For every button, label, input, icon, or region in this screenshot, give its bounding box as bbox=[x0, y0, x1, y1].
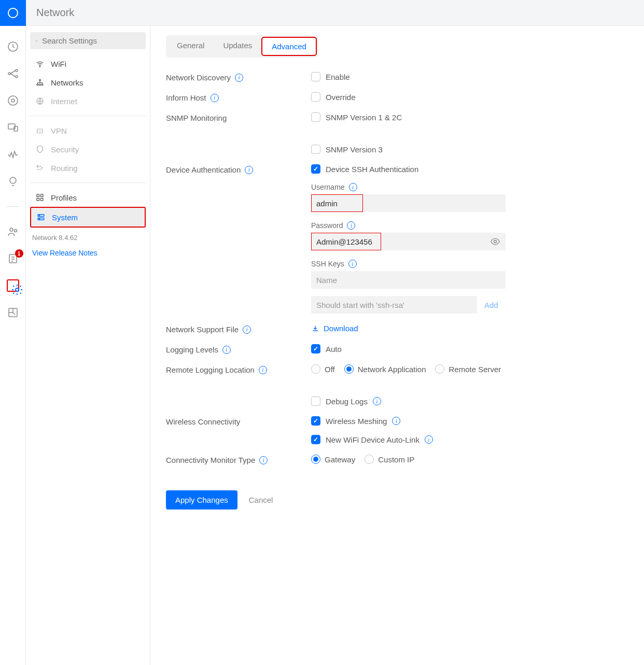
version-text: Network 8.4.62 bbox=[30, 234, 146, 242]
radio-off[interactable] bbox=[311, 364, 320, 374]
sidebar-item-system[interactable]: System bbox=[30, 207, 146, 228]
svg-point-18 bbox=[39, 84, 41, 86]
svg-point-13 bbox=[16, 288, 19, 291]
label-remote-logging: Remote Logging Location bbox=[166, 365, 255, 374]
sidebar-item-wifi[interactable]: WiFi bbox=[30, 54, 146, 73]
info-icon[interactable] bbox=[243, 326, 251, 334]
release-notes-link[interactable]: View Release Notes bbox=[30, 249, 146, 257]
floorplan-icon[interactable] bbox=[7, 306, 19, 319]
checkbox-auto[interactable] bbox=[311, 344, 320, 353]
sidebar-item-vpn[interactable]: VPN bbox=[30, 121, 146, 140]
svg-point-16 bbox=[39, 66, 40, 67]
clients-icon[interactable] bbox=[7, 121, 19, 134]
cancel-button[interactable]: Cancel bbox=[249, 496, 273, 504]
svg-point-3 bbox=[16, 69, 18, 72]
globe-icon bbox=[35, 96, 45, 106]
option-autolink: New WiFi Device Auto-Link bbox=[326, 435, 419, 444]
radio-gateway[interactable] bbox=[311, 455, 320, 464]
radio-custom-ip[interactable] bbox=[365, 455, 374, 464]
svg-rect-23 bbox=[37, 194, 39, 197]
sidebar-item-label: Profiles bbox=[51, 193, 77, 202]
info-icon[interactable] bbox=[222, 346, 231, 354]
option-debug-logs: Debug Logs bbox=[326, 397, 368, 406]
download-icon bbox=[311, 324, 319, 333]
checkbox-enable[interactable] bbox=[311, 72, 320, 81]
sshkey-name-input[interactable] bbox=[311, 271, 506, 289]
info-icon[interactable] bbox=[347, 221, 355, 230]
info-icon[interactable] bbox=[259, 456, 268, 464]
password-input[interactable] bbox=[311, 233, 506, 250]
username-input[interactable] bbox=[311, 194, 506, 212]
option-network-app: Network Application bbox=[358, 365, 426, 374]
page-title: Network bbox=[26, 0, 644, 26]
settings-icon[interactable] bbox=[7, 279, 19, 292]
sshkey-value-input[interactable] bbox=[311, 296, 477, 314]
option-remote-server: Remote Server bbox=[449, 365, 501, 374]
svg-point-15 bbox=[36, 40, 37, 41]
info-icon[interactable] bbox=[349, 183, 357, 191]
unifi-logo[interactable] bbox=[0, 0, 26, 26]
info-icon[interactable] bbox=[245, 166, 253, 174]
checkbox-snmp-v3[interactable] bbox=[311, 145, 320, 154]
checkbox-debug-logs[interactable] bbox=[311, 397, 320, 406]
sidebar-item-internet[interactable]: Internet bbox=[30, 92, 146, 110]
sidebar-item-profiles[interactable]: Profiles bbox=[30, 188, 146, 207]
sidebar-item-label: Networks bbox=[51, 78, 83, 87]
svg-rect-25 bbox=[37, 199, 39, 201]
tabs: General Updates Advanced bbox=[166, 35, 318, 58]
users-icon[interactable] bbox=[7, 225, 19, 238]
checkbox-override[interactable] bbox=[311, 92, 320, 102]
lightbulb-icon[interactable] bbox=[7, 175, 19, 188]
add-sshkey-link[interactable]: Add bbox=[484, 301, 498, 309]
routing-icon bbox=[35, 163, 45, 173]
svg-rect-24 bbox=[41, 194, 44, 197]
sidebar-item-label: VPN bbox=[51, 126, 67, 135]
sidebar-item-networks[interactable]: Networks bbox=[30, 73, 146, 92]
option-auto: Auto bbox=[326, 345, 342, 353]
info-icon[interactable] bbox=[373, 397, 381, 405]
radio-network-app[interactable] bbox=[344, 364, 354, 374]
insights-icon[interactable] bbox=[7, 148, 19, 161]
vpn-icon bbox=[35, 126, 45, 135]
info-icon[interactable] bbox=[348, 260, 357, 268]
topology-icon[interactable] bbox=[7, 67, 19, 80]
option-override: Override bbox=[326, 93, 356, 102]
label-sshkeys: SSH Keys bbox=[311, 260, 344, 268]
checkbox-autolink[interactable] bbox=[311, 435, 320, 444]
notes-icon[interactable]: 1 bbox=[7, 252, 19, 265]
eye-icon[interactable] bbox=[490, 236, 500, 247]
tab-general[interactable]: General bbox=[167, 37, 214, 56]
info-icon[interactable] bbox=[425, 435, 433, 444]
sidebar-item-routing[interactable]: Routing bbox=[30, 159, 146, 177]
search-input[interactable] bbox=[30, 32, 146, 49]
info-icon[interactable] bbox=[392, 417, 400, 425]
sidebar-item-security[interactable]: Security bbox=[30, 140, 146, 159]
label-wireless: Wireless Connectivity bbox=[166, 417, 240, 426]
label-conn-monitor: Connectivity Monitor Type bbox=[166, 456, 255, 464]
label-support-file: Network Support File bbox=[166, 325, 239, 334]
badge: 1 bbox=[15, 249, 23, 258]
radio-remote-server[interactable] bbox=[435, 364, 444, 374]
checkbox-ssh-auth[interactable] bbox=[311, 164, 320, 174]
checkbox-meshing[interactable] bbox=[311, 416, 320, 426]
svg-point-5 bbox=[8, 96, 18, 105]
option-gateway: Gateway bbox=[325, 455, 355, 464]
info-icon[interactable] bbox=[259, 366, 267, 374]
svg-point-30 bbox=[39, 219, 40, 220]
info-icon[interactable] bbox=[235, 74, 243, 82]
tab-updates[interactable]: Updates bbox=[214, 37, 261, 56]
download-link[interactable]: Download bbox=[311, 324, 358, 333]
tab-advanced[interactable]: Advanced bbox=[261, 37, 317, 56]
svg-rect-26 bbox=[41, 199, 44, 201]
dashboard-icon[interactable] bbox=[7, 40, 19, 53]
sidebar-item-label: WiFi bbox=[51, 60, 66, 68]
apply-changes-button[interactable]: Apply Changes bbox=[166, 490, 237, 510]
separator bbox=[7, 206, 19, 207]
label-username: Username bbox=[311, 183, 345, 191]
checkbox-snmp-v12c[interactable] bbox=[311, 112, 320, 122]
devices-icon[interactable] bbox=[7, 94, 19, 107]
label-device-auth: Device Authentication bbox=[166, 165, 241, 174]
info-icon[interactable] bbox=[211, 94, 219, 102]
system-icon bbox=[36, 213, 46, 222]
network-icon bbox=[35, 78, 45, 87]
